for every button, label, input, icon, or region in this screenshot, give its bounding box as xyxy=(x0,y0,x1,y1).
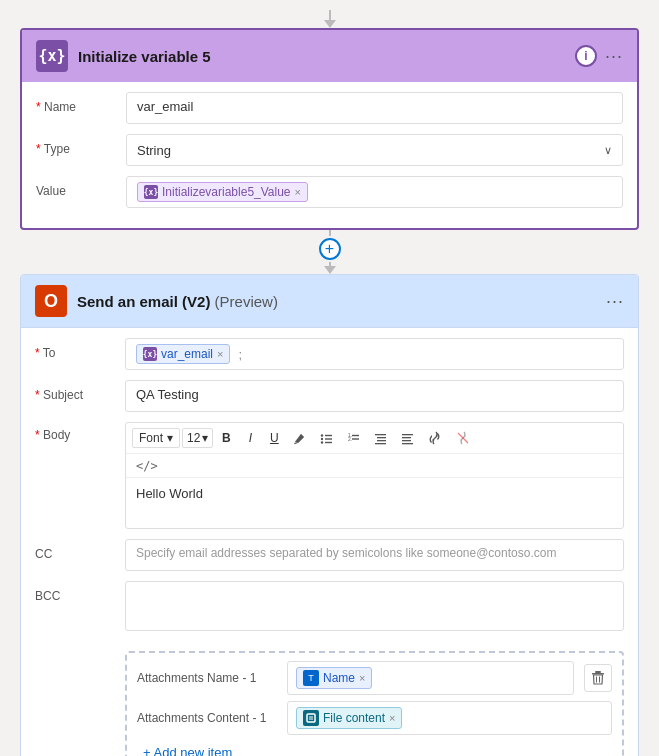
indent-right-button[interactable] xyxy=(395,427,420,449)
email-cc-label: CC xyxy=(35,539,115,561)
attachments-name-token: T Name × xyxy=(296,667,372,689)
highlight-icon xyxy=(293,432,306,445)
email-more-button[interactable]: ··· xyxy=(606,291,624,312)
svg-rect-16 xyxy=(402,440,411,441)
email-body-row: * Body Font ▾ 12 ▾ B I U xyxy=(35,422,624,529)
svg-rect-21 xyxy=(595,671,601,673)
bullet-list-button[interactable] xyxy=(314,427,339,449)
attachments-name-token-remove[interactable]: × xyxy=(359,672,365,684)
init-value-field[interactable]: {x} Initializevariable5_Value × xyxy=(126,176,623,208)
attachments-content-token-icon xyxy=(303,710,319,726)
attachments-content-token: File content × xyxy=(296,707,402,729)
add-new-item-button[interactable]: + Add new item xyxy=(137,741,238,756)
attachments-section: Attachments Name - 1 T Name × Attachme xyxy=(125,651,624,756)
unlink-button[interactable] xyxy=(450,427,476,449)
numbered-list-button[interactable]: 1.2. xyxy=(341,427,366,449)
svg-rect-13 xyxy=(375,443,386,444)
email-card-body: * To {x} var_email × ; * Subject QA Test… xyxy=(21,327,638,756)
code-row: </> xyxy=(126,454,623,478)
attachments-name-token-icon: T xyxy=(303,670,319,686)
code-icon[interactable]: </> xyxy=(136,459,158,473)
font-selector[interactable]: Font ▾ xyxy=(132,428,180,448)
init-name-label: * Name xyxy=(36,92,116,114)
svg-rect-25 xyxy=(307,714,315,722)
email-to-input[interactable]: {x} var_email × ; xyxy=(125,338,624,370)
highlight-button[interactable] xyxy=(287,427,312,449)
underline-button[interactable]: U xyxy=(263,427,285,449)
email-cc-input[interactable]: Specify email addresses separated by sem… xyxy=(125,539,624,571)
attachments-name-row: Attachments Name - 1 T Name × xyxy=(137,661,612,695)
bold-button[interactable]: B xyxy=(215,427,237,449)
init-value-token: {x} Initializevariable5_Value × xyxy=(137,182,308,202)
email-icon: O xyxy=(35,285,67,317)
svg-rect-17 xyxy=(402,443,413,444)
email-body-toolbar: Font ▾ 12 ▾ B I U xyxy=(126,423,623,454)
file-icon xyxy=(306,713,316,723)
italic-button[interactable]: I xyxy=(239,427,261,449)
svg-rect-11 xyxy=(377,437,386,438)
link-icon xyxy=(428,431,442,445)
send-email-card: O Send an email (V2) (Preview) ··· * To … xyxy=(20,274,639,756)
link-button[interactable] xyxy=(422,427,448,449)
email-bcc-label: BCC xyxy=(35,581,115,603)
email-to-row: * To {x} var_email × ; xyxy=(35,338,624,370)
email-to-token-icon: {x} xyxy=(143,347,157,361)
email-header-actions: ··· xyxy=(606,291,624,312)
svg-point-2 xyxy=(321,437,323,439)
init-type-row: * Type String ∨ xyxy=(36,134,623,166)
attachments-content-input[interactable]: File content × xyxy=(287,701,612,735)
attachments-content-token-remove[interactable]: × xyxy=(389,712,395,724)
email-subject-input[interactable]: QA Testing xyxy=(125,380,624,412)
email-bcc-input[interactable] xyxy=(125,581,624,631)
init-value-label: Value xyxy=(36,176,116,198)
init-header-actions: i ··· xyxy=(575,45,623,67)
init-more-button[interactable]: ··· xyxy=(605,46,623,67)
email-card-header: O Send an email (V2) (Preview) ··· xyxy=(21,275,638,327)
email-to-semicolon: ; xyxy=(238,347,242,362)
bullet-list-icon xyxy=(320,432,333,445)
init-type-select[interactable]: String ∨ xyxy=(126,134,623,166)
svg-rect-1 xyxy=(325,434,332,435)
init-card-title: Initialize variable 5 xyxy=(78,48,565,65)
email-to-label: * To xyxy=(35,338,115,360)
add-step-button[interactable]: + xyxy=(319,238,341,260)
email-cc-row: CC Specify email addresses separated by … xyxy=(35,539,624,571)
svg-point-4 xyxy=(321,441,323,443)
svg-rect-9 xyxy=(352,438,359,439)
init-card-body: * Name var_email * Type String ∨ Value {… xyxy=(22,82,637,228)
init-value-row: Value {x} Initializevariable5_Value × xyxy=(36,176,623,208)
attachments-name-label: Attachments Name - 1 xyxy=(137,671,277,685)
email-body-wrapper: Font ▾ 12 ▾ B I U xyxy=(125,422,624,529)
init-value-token-remove[interactable]: × xyxy=(295,186,301,198)
svg-rect-3 xyxy=(325,438,332,439)
email-body-label: * Body xyxy=(35,422,115,442)
email-bcc-row: BCC xyxy=(35,581,624,631)
svg-line-18 xyxy=(433,436,438,441)
attachments-name-input[interactable]: T Name × xyxy=(287,661,574,695)
svg-rect-14 xyxy=(402,434,413,435)
init-name-input[interactable]: var_email xyxy=(126,92,623,124)
svg-rect-7 xyxy=(352,434,359,435)
svg-rect-12 xyxy=(377,440,386,441)
email-to-token: {x} var_email × xyxy=(136,344,230,364)
indent-left-button[interactable] xyxy=(368,427,393,449)
indent-left-icon xyxy=(374,432,387,445)
indent-right-icon xyxy=(401,432,414,445)
init-value-token-icon: {x} xyxy=(144,185,158,199)
initialize-variable-card: {x} Initialize variable 5 i ··· * Name v… xyxy=(20,28,639,230)
trash-icon xyxy=(590,670,606,686)
email-body-content[interactable]: Hello World xyxy=(126,478,623,528)
attachments-content-label: Attachments Content - 1 xyxy=(137,711,277,725)
email-card-title: Send an email (V2) (Preview) xyxy=(77,293,596,310)
unlink-icon xyxy=(456,431,470,445)
svg-rect-22 xyxy=(592,673,604,675)
middle-connector: + xyxy=(20,230,639,274)
init-info-button[interactable]: i xyxy=(575,45,597,67)
svg-line-20 xyxy=(458,433,468,443)
attachments-delete-button[interactable] xyxy=(584,664,612,692)
svg-text:2.: 2. xyxy=(348,436,352,442)
svg-rect-10 xyxy=(375,434,386,435)
font-size-selector[interactable]: 12 ▾ xyxy=(182,428,213,448)
init-name-row: * Name var_email xyxy=(36,92,623,124)
email-to-token-remove[interactable]: × xyxy=(217,348,223,360)
